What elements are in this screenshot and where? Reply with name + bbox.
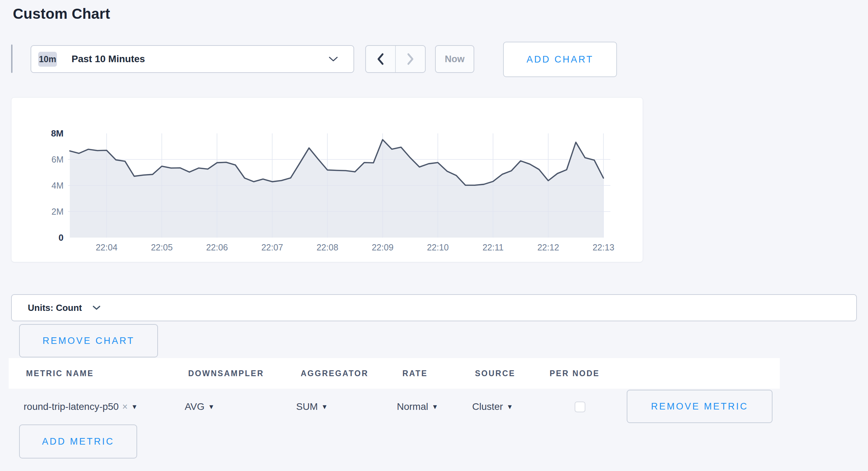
y-axis-tick-label: 6M [51, 155, 64, 164]
caret-down-icon: ▾ [323, 402, 326, 411]
column-header-aggregator: AGGREGATOR [301, 358, 368, 389]
x-axis-tick-label: 22:08 [317, 242, 339, 252]
x-axis-tick-label: 22:12 [537, 242, 559, 252]
y-axis-tick-label: 8M [51, 128, 64, 139]
chevron-down-icon [328, 56, 338, 62]
add-chart-button[interactable]: ADD CHART [503, 42, 617, 77]
caret-down-icon: ▾ [508, 402, 512, 411]
rate-value: Normal [397, 401, 428, 412]
caret-down-icon: ▾ [133, 402, 136, 411]
column-header-rate: RATE [402, 358, 428, 389]
caret-down-icon: ▾ [209, 402, 213, 411]
chevron-left-icon [377, 53, 384, 65]
y-axis-tick-label: 4M [51, 181, 64, 190]
metric-area-chart: 02M4M6M8M22:0422:0522:0622:0722:0822:092… [11, 98, 642, 261]
units-dropdown[interactable]: Units: Count [11, 294, 857, 321]
custom-chart-page: Custom Chart 10m Past 10 Minutes Now ADD… [0, 0, 868, 471]
page-title: Custom Chart [13, 6, 110, 22]
add-metric-button[interactable]: ADD METRIC [19, 424, 137, 458]
downsampler-dropdown[interactable]: AVG ▾ [185, 389, 213, 425]
metric-row: round-trip-latency-p50 × ▾ AVG ▾ SUM ▾ N… [9, 389, 856, 425]
aggregator-value: SUM [296, 401, 318, 412]
time-range-label: Past 10 Minutes [72, 53, 145, 65]
metrics-table-header: METRIC NAME DOWNSAMPLER AGGREGATOR RATE … [9, 358, 780, 389]
downsampler-value: AVG [185, 401, 205, 412]
x-axis-tick-label: 22:04 [96, 242, 118, 252]
x-axis-tick-label: 22:09 [372, 242, 394, 252]
units-label: Units: Count [28, 303, 82, 313]
chevron-right-icon [407, 53, 414, 65]
x-axis-tick-label: 22:05 [151, 242, 173, 252]
caret-down-icon: ▾ [433, 402, 437, 411]
metric-name-dropdown[interactable]: round-trip-latency-p50 × ▾ [24, 389, 136, 425]
x-axis-tick-label: 22:13 [593, 242, 615, 252]
clear-metric-icon[interactable]: × [122, 402, 128, 412]
y-axis-tick-label: 2M [51, 207, 64, 216]
chart-card: 02M4M6M8M22:0422:0522:0622:0722:0822:092… [11, 97, 643, 262]
rate-dropdown[interactable]: Normal ▾ [397, 389, 437, 425]
time-range-dropdown[interactable]: 10m Past 10 Minutes [31, 45, 354, 73]
column-header-metric-name: METRIC NAME [26, 358, 94, 389]
time-nav-group [365, 45, 426, 73]
source-dropdown[interactable]: Cluster ▾ [472, 389, 512, 425]
prev-time-button[interactable] [366, 46, 396, 72]
toolbar-divider [11, 44, 12, 73]
per-node-checkbox[interactable] [575, 402, 585, 412]
x-axis-tick-label: 22:10 [427, 242, 449, 252]
remove-metric-button[interactable]: REMOVE METRIC [627, 390, 773, 423]
time-range-badge: 10m [38, 52, 57, 67]
column-header-source: SOURCE [475, 358, 515, 389]
source-value: Cluster [472, 401, 503, 412]
x-axis-tick-label: 22:07 [261, 242, 283, 252]
column-header-per-node: PER NODE [550, 358, 600, 389]
y-axis-tick-label: 0 [59, 232, 64, 243]
chevron-down-icon [92, 305, 101, 310]
x-axis-tick-label: 22:06 [206, 242, 228, 252]
metric-name-value: round-trip-latency-p50 [24, 401, 119, 412]
remove-chart-button[interactable]: REMOVE CHART [19, 324, 158, 357]
column-header-downsampler: DOWNSAMPLER [188, 358, 264, 389]
aggregator-dropdown[interactable]: SUM ▾ [296, 389, 326, 425]
now-button[interactable]: Now [435, 45, 474, 73]
x-axis-tick-label: 22:11 [483, 242, 504, 252]
next-time-button[interactable] [396, 46, 425, 72]
